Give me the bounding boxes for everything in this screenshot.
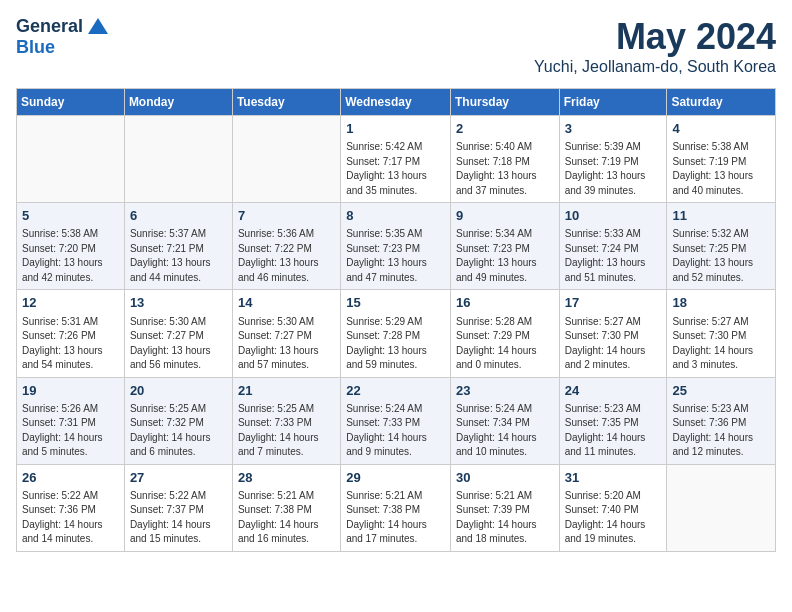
day-number: 10: [565, 207, 662, 225]
logo-general-text: General: [16, 16, 83, 37]
day-info: Sunrise: 5:38 AMSunset: 7:20 PMDaylight:…: [22, 227, 119, 285]
day-info: Sunrise: 5:29 AMSunset: 7:28 PMDaylight:…: [346, 315, 445, 373]
day-info: Sunrise: 5:21 AMSunset: 7:38 PMDaylight:…: [346, 489, 445, 547]
calendar-week-2: 5Sunrise: 5:38 AMSunset: 7:20 PMDaylight…: [17, 203, 776, 290]
calendar-cell: [232, 116, 340, 203]
calendar-table: SundayMondayTuesdayWednesdayThursdayFrid…: [16, 88, 776, 552]
calendar-cell: 1Sunrise: 5:42 AMSunset: 7:17 PMDaylight…: [341, 116, 451, 203]
day-info: Sunrise: 5:39 AMSunset: 7:19 PMDaylight:…: [565, 140, 662, 198]
day-number: 21: [238, 382, 335, 400]
day-info: Sunrise: 5:36 AMSunset: 7:22 PMDaylight:…: [238, 227, 335, 285]
day-number: 26: [22, 469, 119, 487]
calendar-cell: 24Sunrise: 5:23 AMSunset: 7:35 PMDayligh…: [559, 377, 667, 464]
day-info: Sunrise: 5:38 AMSunset: 7:19 PMDaylight:…: [672, 140, 770, 198]
day-number: 30: [456, 469, 554, 487]
calendar-cell: 14Sunrise: 5:30 AMSunset: 7:27 PMDayligh…: [232, 290, 340, 377]
weekday-header-friday: Friday: [559, 89, 667, 116]
calendar-week-1: 1Sunrise: 5:42 AMSunset: 7:17 PMDaylight…: [17, 116, 776, 203]
day-info: Sunrise: 5:22 AMSunset: 7:37 PMDaylight:…: [130, 489, 227, 547]
day-number: 25: [672, 382, 770, 400]
calendar-cell: 2Sunrise: 5:40 AMSunset: 7:18 PMDaylight…: [450, 116, 559, 203]
day-number: 31: [565, 469, 662, 487]
page-header: General Blue May 2024 Yuchi, Jeollanam-d…: [16, 16, 776, 76]
calendar-body: 1Sunrise: 5:42 AMSunset: 7:17 PMDaylight…: [17, 116, 776, 552]
day-info: Sunrise: 5:21 AMSunset: 7:38 PMDaylight:…: [238, 489, 335, 547]
day-number: 7: [238, 207, 335, 225]
day-info: Sunrise: 5:22 AMSunset: 7:36 PMDaylight:…: [22, 489, 119, 547]
calendar-cell: 22Sunrise: 5:24 AMSunset: 7:33 PMDayligh…: [341, 377, 451, 464]
calendar-cell: 5Sunrise: 5:38 AMSunset: 7:20 PMDaylight…: [17, 203, 125, 290]
calendar-cell: 7Sunrise: 5:36 AMSunset: 7:22 PMDaylight…: [232, 203, 340, 290]
day-number: 17: [565, 294, 662, 312]
day-info: Sunrise: 5:30 AMSunset: 7:27 PMDaylight:…: [238, 315, 335, 373]
day-info: Sunrise: 5:31 AMSunset: 7:26 PMDaylight:…: [22, 315, 119, 373]
calendar-cell: 20Sunrise: 5:25 AMSunset: 7:32 PMDayligh…: [124, 377, 232, 464]
day-info: Sunrise: 5:28 AMSunset: 7:29 PMDaylight:…: [456, 315, 554, 373]
weekday-header-row: SundayMondayTuesdayWednesdayThursdayFrid…: [17, 89, 776, 116]
day-info: Sunrise: 5:40 AMSunset: 7:18 PMDaylight:…: [456, 140, 554, 198]
logo: General Blue: [16, 16, 108, 58]
day-info: Sunrise: 5:26 AMSunset: 7:31 PMDaylight:…: [22, 402, 119, 460]
day-number: 28: [238, 469, 335, 487]
calendar-cell: 13Sunrise: 5:30 AMSunset: 7:27 PMDayligh…: [124, 290, 232, 377]
day-number: 8: [346, 207, 445, 225]
day-info: Sunrise: 5:42 AMSunset: 7:17 PMDaylight:…: [346, 140, 445, 198]
day-info: Sunrise: 5:32 AMSunset: 7:25 PMDaylight:…: [672, 227, 770, 285]
day-info: Sunrise: 5:21 AMSunset: 7:39 PMDaylight:…: [456, 489, 554, 547]
logo-blue-text: Blue: [16, 37, 55, 58]
weekday-header-monday: Monday: [124, 89, 232, 116]
day-number: 23: [456, 382, 554, 400]
calendar-cell: [667, 464, 776, 551]
calendar-cell: 8Sunrise: 5:35 AMSunset: 7:23 PMDaylight…: [341, 203, 451, 290]
day-info: Sunrise: 5:37 AMSunset: 7:21 PMDaylight:…: [130, 227, 227, 285]
calendar-cell: 28Sunrise: 5:21 AMSunset: 7:38 PMDayligh…: [232, 464, 340, 551]
calendar-cell: 3Sunrise: 5:39 AMSunset: 7:19 PMDaylight…: [559, 116, 667, 203]
day-number: 22: [346, 382, 445, 400]
calendar-cell: 6Sunrise: 5:37 AMSunset: 7:21 PMDaylight…: [124, 203, 232, 290]
day-number: 5: [22, 207, 119, 225]
day-number: 11: [672, 207, 770, 225]
day-number: 12: [22, 294, 119, 312]
calendar-cell: 16Sunrise: 5:28 AMSunset: 7:29 PMDayligh…: [450, 290, 559, 377]
day-info: Sunrise: 5:24 AMSunset: 7:34 PMDaylight:…: [456, 402, 554, 460]
calendar-header: SundayMondayTuesdayWednesdayThursdayFrid…: [17, 89, 776, 116]
calendar-cell: [17, 116, 125, 203]
calendar-cell: 27Sunrise: 5:22 AMSunset: 7:37 PMDayligh…: [124, 464, 232, 551]
weekday-header-thursday: Thursday: [450, 89, 559, 116]
weekday-header-tuesday: Tuesday: [232, 89, 340, 116]
day-number: 6: [130, 207, 227, 225]
day-info: Sunrise: 5:27 AMSunset: 7:30 PMDaylight:…: [672, 315, 770, 373]
calendar-cell: 23Sunrise: 5:24 AMSunset: 7:34 PMDayligh…: [450, 377, 559, 464]
day-number: 27: [130, 469, 227, 487]
day-number: 1: [346, 120, 445, 138]
day-number: 20: [130, 382, 227, 400]
calendar-cell: 26Sunrise: 5:22 AMSunset: 7:36 PMDayligh…: [17, 464, 125, 551]
day-info: Sunrise: 5:30 AMSunset: 7:27 PMDaylight:…: [130, 315, 227, 373]
day-number: 16: [456, 294, 554, 312]
month-title: May 2024: [534, 16, 776, 58]
weekday-header-saturday: Saturday: [667, 89, 776, 116]
day-number: 19: [22, 382, 119, 400]
day-number: 29: [346, 469, 445, 487]
location-title: Yuchi, Jeollanam-do, South Korea: [534, 58, 776, 76]
calendar-cell: 12Sunrise: 5:31 AMSunset: 7:26 PMDayligh…: [17, 290, 125, 377]
calendar-cell: 30Sunrise: 5:21 AMSunset: 7:39 PMDayligh…: [450, 464, 559, 551]
day-info: Sunrise: 5:34 AMSunset: 7:23 PMDaylight:…: [456, 227, 554, 285]
day-number: 9: [456, 207, 554, 225]
calendar-cell: 21Sunrise: 5:25 AMSunset: 7:33 PMDayligh…: [232, 377, 340, 464]
day-number: 15: [346, 294, 445, 312]
calendar-cell: 11Sunrise: 5:32 AMSunset: 7:25 PMDayligh…: [667, 203, 776, 290]
calendar-cell: 19Sunrise: 5:26 AMSunset: 7:31 PMDayligh…: [17, 377, 125, 464]
calendar-week-4: 19Sunrise: 5:26 AMSunset: 7:31 PMDayligh…: [17, 377, 776, 464]
day-number: 3: [565, 120, 662, 138]
day-number: 18: [672, 294, 770, 312]
calendar-cell: 18Sunrise: 5:27 AMSunset: 7:30 PMDayligh…: [667, 290, 776, 377]
calendar-week-3: 12Sunrise: 5:31 AMSunset: 7:26 PMDayligh…: [17, 290, 776, 377]
calendar-cell: 17Sunrise: 5:27 AMSunset: 7:30 PMDayligh…: [559, 290, 667, 377]
calendar-cell: 10Sunrise: 5:33 AMSunset: 7:24 PMDayligh…: [559, 203, 667, 290]
day-number: 4: [672, 120, 770, 138]
day-info: Sunrise: 5:25 AMSunset: 7:33 PMDaylight:…: [238, 402, 335, 460]
calendar-cell: 25Sunrise: 5:23 AMSunset: 7:36 PMDayligh…: [667, 377, 776, 464]
logo-triangle-icon: [88, 18, 108, 34]
day-info: Sunrise: 5:35 AMSunset: 7:23 PMDaylight:…: [346, 227, 445, 285]
